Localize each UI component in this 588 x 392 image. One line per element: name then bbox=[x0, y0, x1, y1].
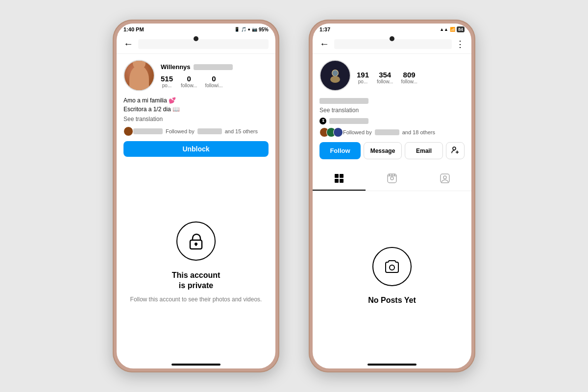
no-posts-section: No Posts Yet bbox=[313, 191, 471, 361]
svg-rect-12 bbox=[340, 179, 343, 183]
status-time-1: 1:40 PM bbox=[123, 26, 144, 32]
profile-top-1: Willennys 515 po... 0 follow... bbox=[123, 60, 269, 91]
profile-name-blurred-2 bbox=[319, 98, 368, 104]
home-indicator-2 bbox=[368, 364, 416, 366]
see-translation-2[interactable]: See translation bbox=[319, 107, 465, 114]
followed-by-2: Followed by and 18 others bbox=[319, 127, 465, 137]
camera-icon bbox=[383, 258, 401, 275]
svg-point-16 bbox=[389, 174, 391, 176]
stats-container-2: 191 po... 354 follow... 809 follow... bbox=[357, 67, 417, 84]
tab-bar bbox=[313, 167, 471, 191]
private-subtitle: Follow this account to see their photos … bbox=[130, 295, 262, 304]
stat-following-1: 0 followi... bbox=[205, 74, 222, 88]
avatar-person-1 bbox=[129, 66, 149, 90]
svg-point-4 bbox=[330, 76, 340, 83]
private-title: This accountis private bbox=[172, 270, 220, 291]
followed-name-blurred-1 bbox=[197, 128, 222, 134]
avatar-svg-2 bbox=[325, 66, 345, 85]
profile-top-2: 191 po... 354 follow... 809 follow... bbox=[319, 60, 465, 91]
followed-avatars-2 bbox=[319, 127, 340, 137]
home-indicator-1 bbox=[172, 364, 220, 366]
stat-followers-2: 354 follow... bbox=[377, 71, 393, 84]
tagged-icon bbox=[440, 173, 450, 184]
svg-rect-11 bbox=[335, 179, 339, 183]
private-section: This accountis private Follow this accou… bbox=[117, 165, 275, 361]
reels-icon bbox=[387, 173, 397, 184]
svg-point-6 bbox=[453, 147, 456, 150]
username-blurred-1 bbox=[194, 64, 233, 70]
lock-icon bbox=[187, 232, 205, 250]
more-button-2[interactable]: ⋮ bbox=[456, 39, 465, 49]
status-icons-2: ▲▲ 📶 84 bbox=[440, 26, 465, 32]
svg-point-21 bbox=[390, 265, 394, 270]
svg-point-20 bbox=[443, 176, 446, 179]
followed-others-2: and 18 others bbox=[402, 129, 435, 135]
followed-by-1: Followed by and 15 others bbox=[123, 126, 269, 136]
username-bar-1 bbox=[138, 39, 269, 49]
stat-followers-1: 0 follow... bbox=[181, 74, 197, 88]
camera-notch bbox=[194, 36, 198, 41]
email-button[interactable]: Email bbox=[405, 142, 443, 159]
action-buttons-row: Follow Message Email bbox=[319, 142, 465, 159]
stats-row-2: 191 po... 354 follow... 809 follow... bbox=[357, 71, 417, 84]
stats-row-1: 515 po... 0 follow... 0 followi... bbox=[161, 74, 233, 88]
camera-circle bbox=[372, 247, 412, 286]
followed-text-2: Followed by bbox=[343, 129, 372, 135]
svg-rect-9 bbox=[335, 174, 339, 178]
stat-posts-1: 515 po... bbox=[161, 74, 173, 88]
tab-reels[interactable] bbox=[366, 167, 418, 191]
profile-section-1: Willennys 515 po... 0 follow... bbox=[117, 54, 275, 165]
no-posts-title: No Posts Yet bbox=[368, 296, 416, 305]
profile-section-2: 191 po... 354 follow... 809 follow... bbox=[313, 54, 471, 167]
svg-rect-2 bbox=[196, 244, 196, 246]
svg-rect-10 bbox=[340, 174, 343, 178]
svg-point-14 bbox=[391, 177, 393, 180]
avatar-image-1 bbox=[124, 61, 154, 90]
followed-others-1: and 15 others bbox=[225, 128, 258, 134]
mini-avatar-1 bbox=[123, 126, 133, 136]
followed-name-blurred-2 bbox=[375, 129, 399, 135]
followed-blurred-1 bbox=[133, 128, 163, 134]
status-time-2: 1:37 bbox=[319, 26, 330, 32]
grid-icon bbox=[334, 173, 344, 184]
threads-icon: 𝕿 bbox=[319, 118, 326, 124]
phone-1-screen: 1:40 PM 📱 🎵 ● 📷 95% ← bbox=[117, 24, 275, 368]
camera-notch-2 bbox=[390, 36, 394, 41]
stat-following-2: 809 follow... bbox=[401, 71, 417, 84]
avatar-image-2 bbox=[320, 61, 350, 90]
phone-1: 1:40 PM 📱 🎵 ● 📷 95% ← bbox=[113, 20, 279, 372]
display-name-1: Willennys bbox=[161, 63, 191, 71]
status-bar-1: 1:40 PM 📱 🎵 ● 📷 95% bbox=[117, 24, 275, 34]
see-translation-1[interactable]: See translation bbox=[123, 116, 269, 122]
status-bar-2: 1:37 ▲▲ 📶 84 bbox=[313, 24, 471, 34]
followed-avatars-1 bbox=[123, 126, 130, 136]
svg-point-17 bbox=[392, 174, 393, 176]
add-person-icon bbox=[451, 146, 459, 154]
follow-button[interactable]: Follow bbox=[319, 142, 361, 159]
status-icons-1: 📱 🎵 ● 📷 95% bbox=[234, 27, 269, 32]
threads-username-blurred bbox=[329, 118, 368, 124]
threads-row-2: 𝕿 bbox=[319, 118, 465, 124]
tab-grid[interactable] bbox=[313, 167, 366, 191]
mini-avatar-2c bbox=[333, 127, 343, 137]
message-button[interactable]: Message bbox=[364, 142, 402, 159]
followed-text-1: Followed by bbox=[166, 128, 195, 134]
add-person-button[interactable] bbox=[446, 142, 465, 159]
stats-container-1: Willennys 515 po... 0 follow... bbox=[161, 63, 233, 88]
phone-2: 1:37 ▲▲ 📶 84 ← ⋮ bbox=[309, 20, 475, 372]
avatar-2 bbox=[319, 60, 351, 91]
tab-tagged[interactable] bbox=[418, 167, 471, 191]
unblock-button[interactable]: Unblock bbox=[123, 141, 269, 157]
back-button-1[interactable]: ← bbox=[123, 38, 133, 49]
avatar-1 bbox=[123, 60, 155, 91]
phone-2-screen: 1:37 ▲▲ 📶 84 ← ⋮ bbox=[313, 24, 471, 368]
back-button-2[interactable]: ← bbox=[319, 38, 329, 49]
stat-posts-2: 191 po... bbox=[357, 71, 369, 84]
svg-point-18 bbox=[394, 174, 395, 176]
lock-circle bbox=[176, 221, 216, 261]
bio-text-1: Amo a mi familia 💕Escritora a 1/2 dia 📖 bbox=[123, 96, 269, 114]
